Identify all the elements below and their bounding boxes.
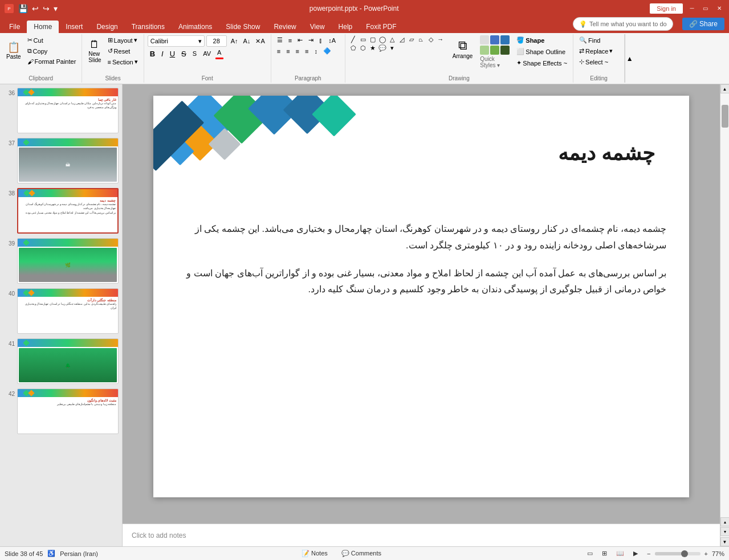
scroll-prev-slide[interactable]: ▴ (720, 517, 730, 526)
redo-button[interactable]: ↪ (42, 3, 51, 14)
quick-style-3[interactable] (500, 35, 510, 44)
quick-style-1[interactable] (480, 35, 489, 44)
notes-area[interactable]: Click to add notes (123, 524, 720, 546)
trapezoid-shape[interactable]: ⏢ (417, 35, 426, 43)
quick-style-6[interactable] (500, 46, 510, 55)
tab-foxit[interactable]: Foxit PDF (359, 21, 403, 33)
pentagon-shape[interactable]: ⬠ (349, 44, 358, 52)
font-color-button[interactable]: A (215, 48, 223, 59)
shape-fill-button[interactable]: 🪣 Shape (514, 35, 569, 45)
slide-sorter-button[interactable]: ⊞ (600, 550, 609, 557)
tab-transitions[interactable]: Transitions (125, 21, 172, 33)
slide-thumb-37[interactable]: 37 🏔 (2, 137, 120, 185)
line-shape[interactable]: ╱ (349, 35, 358, 43)
canvas-scroll[interactable]: چشمه دیمه چشمه دیمه، نام چشمه‌ای در کنار… (123, 84, 720, 524)
italic-button[interactable]: I (159, 48, 166, 59)
tab-view[interactable]: View (303, 21, 332, 33)
cut-button[interactable]: ✂ Cut (25, 35, 79, 45)
zoom-slider[interactable] (655, 552, 701, 555)
bullets-button[interactable]: ☰ (275, 35, 285, 45)
increase-indent-button[interactable]: ⇥ (306, 35, 316, 45)
char-spacing-button[interactable]: AV (201, 49, 213, 58)
text-shadow-button[interactable]: S (190, 49, 199, 58)
close-button[interactable]: ✕ (714, 3, 724, 13)
slide-thumb-40[interactable]: 40 منطقه جنگلی دارآت راهنمای طبیعت‌گردی … (2, 287, 120, 335)
star-shape[interactable]: ★ (368, 44, 377, 52)
convert-smartart-button[interactable]: 🔷 (321, 46, 333, 56)
rect-shape[interactable]: ▭ (359, 35, 368, 43)
strikethrough-button[interactable]: S (179, 48, 189, 59)
slide-thumb-39[interactable]: 39 🌿 (2, 237, 120, 285)
oval-shape[interactable]: ◯ (378, 35, 387, 43)
layout-button[interactable]: ⊞ Layout ▾ (105, 35, 140, 45)
align-center-button[interactable]: ≡ (284, 46, 292, 56)
select-button[interactable]: ⊹ Select ~ (577, 57, 615, 67)
arrow-shape[interactable]: → (436, 35, 445, 43)
scroll-next-slide[interactable]: ▾ (720, 527, 730, 536)
hexagon-shape[interactable]: ⬡ (359, 44, 368, 52)
copy-button[interactable]: ⧉ Copy (25, 46, 79, 56)
tab-help[interactable]: Help (332, 21, 360, 33)
zoom-thumb[interactable] (681, 550, 688, 557)
vertical-scrollbar[interactable]: ▲ ▴ ▾ ▼ (720, 84, 729, 546)
normal-view-button[interactable]: ▭ (585, 550, 595, 557)
save-button[interactable]: 💾 (17, 3, 29, 14)
share-button[interactable]: 🔗 Share (682, 18, 724, 30)
quick-style-4[interactable] (480, 46, 489, 55)
zoom-out-button[interactable]: − (645, 550, 653, 557)
bold-button[interactable]: B (148, 48, 157, 59)
tab-design[interactable]: Design (89, 21, 124, 33)
tab-slideshow[interactable]: Slide Show (219, 21, 267, 33)
comments-button[interactable]: 💬 Comments (339, 550, 384, 557)
quick-styles-label[interactable]: QuickStyles ▾ (480, 56, 510, 68)
decrease-indent-button[interactable]: ⇤ (295, 35, 305, 45)
zoom-in-button[interactable]: + (702, 550, 710, 557)
increase-font-button[interactable]: A↑ (229, 36, 241, 46)
justify-button[interactable]: ≡ (303, 46, 311, 56)
signin-button[interactable]: Sign in (649, 3, 683, 14)
scroll-thumb[interactable] (722, 105, 728, 128)
triangle-shape[interactable]: △ (388, 35, 397, 43)
diamond-shape[interactable]: ◇ (426, 35, 435, 43)
scroll-down-button[interactable]: ▼ (720, 537, 730, 546)
tab-home[interactable]: Home (27, 21, 59, 33)
new-slide-button[interactable]: 🗒 New Slide (85, 38, 104, 65)
slide-thumb-36[interactable]: 36 غار باقی چما متن کوتاه درباره این مکا… (2, 87, 120, 134)
tab-review[interactable]: Review (267, 21, 303, 33)
customize-button[interactable]: ▾ (52, 3, 59, 14)
font-size-input[interactable]: 28 (206, 35, 227, 47)
rounded-rect-shape[interactable]: ▢ (368, 35, 377, 43)
paste-button[interactable]: 📋 Paste (3, 40, 24, 62)
clear-format-button[interactable]: ✕A (253, 36, 267, 46)
slide-canvas[interactable]: چشمه دیمه چشمه دیمه، نام چشمه‌ای در کنار… (153, 96, 689, 497)
tab-insert[interactable]: Insert (59, 21, 89, 33)
underline-button[interactable]: U (168, 48, 177, 59)
notes-button[interactable]: 📝 Notes (299, 550, 330, 557)
parallelogram-shape[interactable]: ▱ (407, 35, 416, 43)
minimize-button[interactable]: ─ (687, 3, 697, 13)
undo-button[interactable]: ↩ (31, 3, 40, 14)
ribbon-collapse-button[interactable]: ▲ (625, 34, 634, 83)
format-painter-button[interactable]: 🖌 Format Painter (25, 57, 79, 66)
more-shapes[interactable]: ▾ (388, 44, 397, 52)
align-left-button[interactable]: ≡ (275, 46, 283, 56)
reading-view-button[interactable]: 📖 (614, 550, 626, 557)
tab-file[interactable]: File (2, 21, 27, 33)
tab-animations[interactable]: Animations (172, 21, 219, 33)
slide-thumb-38[interactable]: 38 چشمه دیمه چشمه دیمه، نام چشمه‌ای در ک… (2, 187, 120, 235)
align-right-button[interactable]: ≡ (294, 46, 302, 56)
section-button[interactable]: ≡ Section ▾ (105, 57, 140, 67)
columns-button[interactable]: ⫿ (317, 35, 325, 45)
slideshow-button[interactable]: ▶ (631, 550, 640, 557)
shape-effects-button[interactable]: ✦ Shape Effects ~ (514, 58, 569, 68)
slide-thumb-42[interactable]: 42 مثبت لاله‌های وانگون منطقه زیبا و دید… (2, 387, 120, 435)
decrease-font-button[interactable]: A↓ (241, 36, 253, 46)
line-spacing-button[interactable]: ↕ (312, 46, 320, 56)
text-direction-button[interactable]: ↕A (326, 35, 338, 45)
scroll-up-button[interactable]: ▲ (720, 84, 730, 93)
replace-button[interactable]: ⇄ Replace ▾ (577, 46, 615, 56)
tell-me-input[interactable]: 💡 Tell me what you want to do (573, 17, 673, 31)
numbering-button[interactable]: ≡ (286, 35, 294, 45)
font-name-dropdown[interactable]: Calibri ▾ (148, 35, 205, 47)
shape-outline-button[interactable]: ⬜ Shape Outline (514, 47, 569, 56)
